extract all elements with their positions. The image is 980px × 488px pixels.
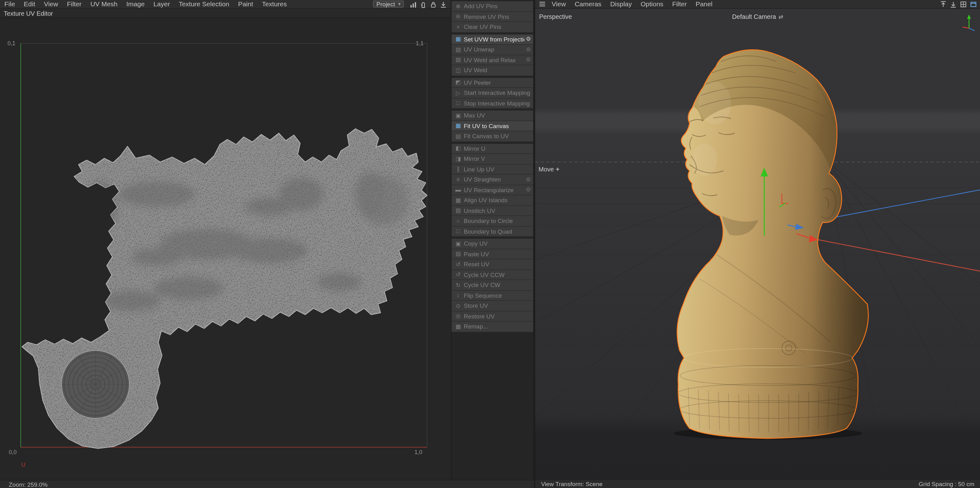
camera-menu[interactable]: Default Camera ⇄: [732, 13, 783, 20]
project-dropdown[interactable]: Project ▾: [373, 1, 404, 8]
uv-commands-menu: ⊕Add UV Pins⊖Remove UV Pins×Clear UV Pin…: [451, 0, 533, 332]
menu-edit[interactable]: Edit: [19, 0, 40, 8]
gear-icon[interactable]: ⚙: [526, 57, 531, 63]
uv-menu-item-fit-uv-to-canvas[interactable]: ▦Fit UV to Canvas: [451, 121, 533, 131]
viewport-canvas[interactable]: Perspective Default Camera ⇄ Move +: [535, 9, 980, 479]
hand-icon[interactable]: [418, 0, 428, 8]
gear-icon[interactable]: ⚙: [526, 36, 531, 42]
uv-menu-item-boundary-to-circle[interactable]: ○Boundary to Circle: [451, 216, 533, 226]
uv-menu-item-max-uv[interactable]: ▣Max UV: [451, 111, 533, 121]
uv-menu-item-line-up-uv[interactable]: ∥Line Up UV: [451, 164, 533, 175]
uv-menu-item-fit-canvas-to-uv[interactable]: ▤Fit Canvas to UV: [451, 131, 533, 141]
viewport-menu-view[interactable]: View: [547, 0, 570, 8]
uv-menu-item-mirror-v[interactable]: ◨Mirror V: [451, 154, 533, 164]
uv-menu-item-label: Stop Interactive Mapping: [464, 100, 531, 107]
viewport-menu-options[interactable]: Options: [636, 0, 668, 8]
window-icon[interactable]: [969, 0, 978, 8]
menu-texture-selection[interactable]: Texture Selection: [174, 0, 234, 8]
uv-menu-item-remove-uv-pins[interactable]: ⊖Remove UV Pins: [451, 12, 533, 22]
uv-menu-item-label: Align UV Islands: [464, 197, 531, 204]
uv-menu-item-label: Mirror V: [464, 156, 531, 162]
uv-menu-item-uv-weld[interactable]: ◫UV Weld: [451, 65, 533, 76]
uv-weld-icon: ◫: [454, 67, 462, 73]
uv-menu-item-label: Max UV: [464, 112, 531, 119]
move-cross-icon: +: [556, 166, 560, 173]
uv-menu-item-boundary-to-quad[interactable]: □Boundary to Quad: [451, 226, 533, 237]
uv-menu-item-cycle-uv-ccw[interactable]: ↺Cycle UV CCW: [451, 270, 533, 280]
uv-menu-item-restore-uv[interactable]: ◎Restore UV: [451, 311, 533, 321]
uv-menu-item-label: Flip Sequence: [464, 292, 531, 299]
uv-menu-item-remap[interactable]: ▩Remap...: [451, 321, 533, 332]
uv-menu-item-label: Start Interactive Mapping: [464, 89, 531, 96]
uv-menu-item-uv-peeler[interactable]: ◩UV Peeler: [451, 78, 533, 88]
camera-swap-icon[interactable]: ⇄: [778, 14, 783, 20]
uv-menu-item-flip-sequence[interactable]: ↕Flip Sequence: [451, 291, 533, 301]
uv-menu-item-unstitch-uv[interactable]: ▨Unstitch UV: [451, 206, 533, 216]
viewport-status-bar: View Transform: Scene Grid Spacing : 50 …: [535, 479, 980, 488]
uv-menu-item-add-uv-pins[interactable]: ⊕Add UV Pins: [451, 1, 533, 12]
uv-menu-item-start-interactive-mapping[interactable]: ▷Start Interactive Mapping: [451, 88, 533, 98]
menu-layer[interactable]: Layer: [149, 0, 175, 8]
viewport-menu-panel[interactable]: Panel: [691, 0, 717, 8]
uv-menu-item-label: Store UV: [464, 302, 531, 309]
restore-uv-icon: ◎: [454, 313, 462, 320]
move-tool-label: Move: [539, 166, 554, 173]
uv-editor-tabstrip: Texture UV Editor: [0, 9, 450, 18]
fit-uv-canvas-icon: ▦: [454, 123, 462, 129]
uv-menu-item-label: Boundary to Quad: [464, 228, 531, 235]
uv-menu-item-label: Reset UV: [464, 261, 531, 268]
menu-uv-mesh[interactable]: UV Mesh: [86, 0, 122, 8]
uv-label-11: 1,1: [416, 40, 423, 46]
axis-orientation-gizmo[interactable]: [961, 13, 977, 32]
uv-menu-item-align-uv-islands[interactable]: ▩Align UV Islands: [451, 196, 533, 206]
uv-menu-item-reset-uv[interactable]: ↺Reset UV: [451, 259, 533, 270]
gear-icon[interactable]: ⚙: [526, 187, 531, 193]
uv-menu-item-set-uvw-from-projection[interactable]: ▦Set UVW from Projection⚙: [451, 34, 533, 45]
u-axis-label: U: [21, 462, 25, 468]
uv-peeler-icon: ◩: [454, 79, 462, 86]
arrow-down-icon[interactable]: [948, 0, 958, 8]
project-dropdown-label: Project: [377, 1, 395, 8]
uv-menu-item-clear-uv-pins[interactable]: ×Clear UV Pins: [451, 22, 533, 32]
menu-view[interactable]: View: [40, 0, 62, 8]
perspective-menu[interactable]: Perspective: [539, 13, 572, 20]
menu-image[interactable]: Image: [122, 0, 149, 8]
grid-icon[interactable]: [959, 0, 968, 8]
uv-menu-item-paste-uv[interactable]: ▤Paste UV: [451, 249, 533, 259]
menu-filter[interactable]: Filter: [62, 0, 86, 8]
uv-menu-item-label: Cycle UV CCW: [464, 271, 531, 278]
menu-paint[interactable]: Paint: [234, 0, 258, 8]
uv-canvas-svg[interactable]: 0,1 1,1 0,0 1,0 U: [0, 18, 450, 480]
store-uv-icon: ⊙: [454, 303, 462, 309]
uv-menu-item-cycle-uv-cw[interactable]: ↻Cycle UV CW: [451, 280, 533, 291]
uv-menu-item-mirror-u[interactable]: ◧Mirror U: [451, 143, 533, 154]
uv-menu-item-uv-weld-and-relax[interactable]: ▨UV Weld and Relax⚙: [451, 55, 533, 65]
gear-icon[interactable]: ⚙: [526, 176, 531, 183]
uv-menu-item-stop-interactive-mapping[interactable]: □Stop Interactive Mapping: [451, 98, 533, 109]
uv-unwrap-icon: ▧: [454, 46, 462, 53]
uv-menu-item-copy-uv[interactable]: ▣Copy UV: [451, 238, 533, 249]
lock-icon[interactable]: [428, 0, 438, 8]
uv-menu-item-label: UV Peeler: [464, 79, 531, 86]
uv-menu-item-uv-unwrap[interactable]: ▧UV Unwrap⚙: [451, 45, 533, 55]
viewport-menu-display[interactable]: Display: [606, 0, 636, 8]
uv-canvas[interactable]: 0,1 1,1 0,0 1,0 U: [0, 18, 450, 480]
tab-texture-uv-editor[interactable]: Texture UV Editor: [0, 10, 53, 17]
uv-dense-disc: [62, 350, 129, 418]
uv-menu-item-uv-rectangularize[interactable]: ▬UV Rectangularize⚙: [451, 185, 533, 196]
menu-file[interactable]: File: [0, 0, 19, 8]
boundary-circle-icon: ○: [454, 218, 462, 224]
hamburger-menu-icon[interactable]: [537, 0, 547, 8]
uv-menu-item-uv-straighten[interactable]: ≡UV Straighten⚙: [451, 175, 533, 185]
viewport-menu-filter[interactable]: Filter: [668, 0, 691, 8]
viewport-menu-cameras[interactable]: Cameras: [570, 0, 606, 8]
dock-icon[interactable]: [438, 0, 448, 8]
arrow-up-icon[interactable]: [939, 0, 948, 8]
reset-uv-icon: ↺: [454, 261, 462, 267]
menu-textures[interactable]: Textures: [258, 0, 291, 8]
uv-menu-item-store-uv[interactable]: ⊙Store UV: [451, 301, 533, 311]
histogram-icon[interactable]: [408, 0, 418, 8]
gear-icon[interactable]: ⚙: [526, 46, 531, 53]
uv-weld-relax-icon: ▨: [454, 57, 462, 63]
uv-menu-item-label: Paste UV: [464, 251, 531, 258]
